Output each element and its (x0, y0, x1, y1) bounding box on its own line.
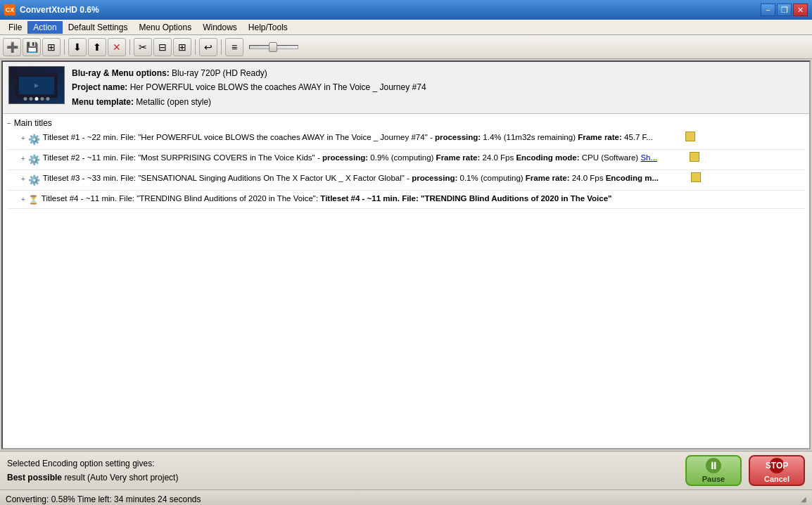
row-expand-3[interactable]: + (21, 174, 25, 184)
project-thumbnail: ▶ (8, 66, 65, 104)
menu-button[interactable]: ≡ (225, 38, 243, 56)
save-button[interactable]: 💾 (23, 38, 41, 56)
titleset-2-status-box (690, 152, 699, 162)
thumb-dot-1 (24, 97, 27, 101)
menu-help[interactable]: Help/Tools (243, 21, 293, 34)
pause-button[interactable]: ⏸ Pause (685, 455, 742, 486)
project-template: Menu template: Metallic (open style) (72, 95, 426, 109)
svg-text:▶: ▶ (34, 82, 39, 89)
cancel-button-container: STOP Cancel (749, 455, 805, 486)
encoding-status: Selected Encoding option setting gives: … (7, 456, 678, 485)
stop-icon: STOP (769, 458, 785, 473)
zoom-slider-container (249, 45, 298, 49)
toolbar: ➕ 💾 ⊞ ⬇ ⬆ ✕ ✂ ⊟ ⊞ ↩ ≡ (0, 35, 812, 59)
title-bar: CX ConvertXtoHD 0.6% − ❐ ✕ (0, 0, 812, 20)
table-row[interactable]: + ⚙️ Titleset #3 - ~33 min. File: "SENSA… (7, 170, 805, 191)
row-expand-2[interactable]: + (21, 153, 25, 164)
zoom-slider-thumb (269, 42, 277, 52)
table-row[interactable]: + ⚙️ Titleset #1 - ~22 min. File: "Her P… (7, 129, 805, 150)
titleset-2-text: Titleset #2 - ~11 min. File: "Most SURPR… (43, 153, 657, 162)
add-button[interactable]: ➕ (3, 38, 21, 56)
status-bar-text: Converting: 0.58% Time left: 34 minutes … (6, 494, 201, 504)
project-format: Blu-ray & Menu options: Blu-ray 720P (HD… (72, 66, 426, 80)
status-line-1: Selected Encoding option setting gives: (7, 456, 678, 471)
toolbar-separator-3 (195, 39, 196, 55)
main-titles-toggle[interactable]: − (7, 120, 11, 127)
project-details: Blu-ray & Menu options: Blu-ray 720P (HD… (72, 66, 426, 109)
project-name: Project name: Her POWERFUL voice BLOWS t… (72, 80, 426, 94)
titleset-3-text: Titleset #3 - ~33 min. File: "SENSATIONA… (43, 174, 659, 182)
restore-button[interactable]: ❐ (777, 4, 792, 16)
row-expand-4[interactable]: + (21, 194, 25, 205)
toolbar-separator-1 (64, 39, 65, 55)
remove-button[interactable]: ✕ (108, 38, 126, 56)
cancel-button[interactable]: STOP Cancel (749, 455, 805, 486)
table-row[interactable]: + ⏳ Titleset #4 - ~11 min. File: "TRENDI… (7, 191, 805, 209)
cut-button[interactable]: ✂ (134, 38, 152, 56)
thumb-dot-2 (30, 97, 33, 101)
pause-label: Pause (702, 475, 725, 483)
status-bar: Converting: 0.58% Time left: 34 minutes … (0, 490, 812, 505)
thumb-dot-4 (41, 97, 44, 101)
titleset-3-status-box (691, 172, 701, 182)
menu-windows[interactable]: Windows (197, 21, 243, 34)
bottom-panel: Selected Encoding option setting gives: … (0, 451, 812, 490)
titleset-1-text: Titleset #1 - ~22 min. File: "Her POWERF… (43, 133, 653, 141)
cancel-label: Cancel (764, 475, 789, 483)
titleset-2-link[interactable]: Sh... (640, 153, 657, 162)
resize-grip: ◢ (801, 495, 806, 503)
main-titles-label: Main titles (14, 118, 52, 128)
minus-button[interactable]: ⊟ (153, 38, 172, 56)
titleset-2-sub (657, 152, 699, 167)
toolbar-separator-2 (129, 39, 130, 55)
zoom-slider[interactable] (249, 45, 298, 49)
titleset-1-icon: ⚙️ (28, 132, 40, 147)
window-title: ConvertXtoHD 0.6% (20, 5, 761, 15)
grid-button[interactable]: ⊞ (42, 38, 61, 56)
minimize-button[interactable]: − (761, 4, 775, 16)
window-controls: − ❐ ✕ (761, 4, 808, 16)
titleset-1-sub (653, 132, 695, 146)
titleset-2-icon: ⚙️ (28, 153, 40, 167)
row-expand-1[interactable]: + (21, 133, 25, 143)
thumb-dot-5 (46, 97, 50, 101)
menu-file[interactable]: File (3, 21, 27, 34)
titleset-3-icon: ⚙️ (28, 173, 40, 188)
menu-options[interactable]: Menu Options (133, 21, 197, 34)
thumb-dot-3 (35, 97, 39, 101)
down-button[interactable]: ⬇ (68, 38, 87, 56)
pause-icon: ⏸ (706, 458, 721, 473)
project-info-panel: ▶ Blu-ray & Menu options: Blu-ray 720P (… (3, 62, 809, 114)
menu-bar: File Action Default Settings Menu Option… (0, 20, 812, 35)
main-titles-header[interactable]: − Main titles (7, 117, 805, 129)
titleset-3-sub (659, 172, 701, 187)
titleset-4-icon: ⏳ (28, 193, 39, 206)
up-button[interactable]: ⬆ (88, 38, 106, 56)
main-content: ▶ Blu-ray & Menu options: Blu-ray 720P (… (1, 60, 811, 449)
table-row[interactable]: + ⚙️ Titleset #2 - ~11 min. File: "Most … (7, 150, 805, 170)
app-icon: CX (4, 4, 15, 15)
box-button[interactable]: ⊞ (173, 38, 191, 56)
titleset-4-text: Titleset #4 - ~11 min. File: "TRENDING B… (42, 194, 612, 203)
tree-section: − Main titles + ⚙️ Titleset #1 - ~22 min… (3, 114, 809, 212)
toolbar-separator-4 (221, 39, 222, 55)
close-button[interactable]: ✕ (793, 4, 808, 16)
menu-action[interactable]: Action (27, 21, 62, 34)
menu-default-settings[interactable]: Default Settings (63, 21, 134, 34)
pause-button-container: ⏸ Pause (685, 455, 742, 486)
status-line-2: Best possible result (Auto Very short pr… (7, 471, 678, 485)
undo-button[interactable]: ↩ (199, 38, 217, 56)
titleset-1-status-box (685, 132, 695, 141)
